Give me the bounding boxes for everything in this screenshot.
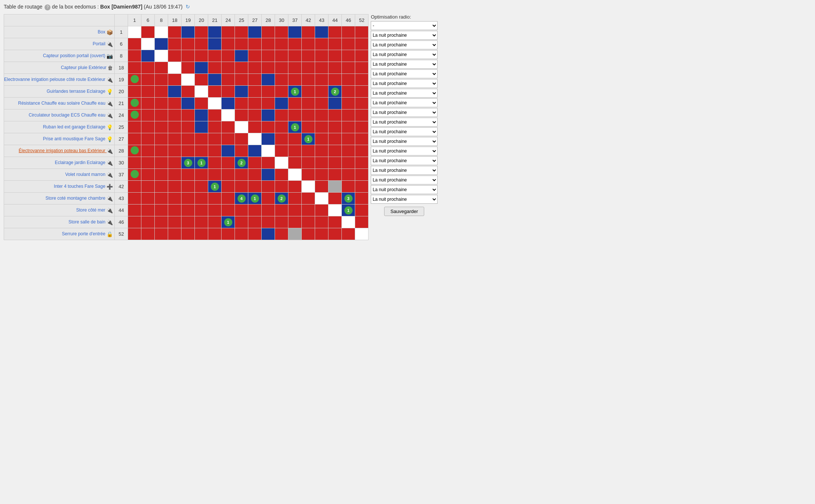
cell-11-5[interactable]: 1 [195,157,208,169]
cell-16-12[interactable] [288,216,302,228]
row-dropdown-10[interactable]: La nuit prochaineMaintenantJamais [371,127,438,136]
cell-3-14[interactable] [315,62,328,74]
cell-4-2[interactable] [155,74,168,86]
cell-12-8[interactable] [235,169,248,181]
cell-6-3[interactable] [168,98,181,109]
cell-13-8[interactable] [235,181,248,193]
cell-13-11[interactable] [275,181,288,193]
cell-11-0[interactable] [128,157,141,169]
cell-14-17[interactable] [355,193,369,204]
cell-1-17[interactable] [355,38,369,50]
cell-16-2[interactable] [155,216,168,228]
cell-8-7[interactable] [222,121,235,133]
cell-1-8[interactable] [235,38,248,50]
cell-11-12[interactable] [288,157,302,169]
cell-7-2[interactable] [155,109,168,121]
cell-17-16[interactable] [342,228,355,240]
cell-5-14[interactable] [315,86,328,98]
save-button[interactable]: Sauvegarder [384,207,424,216]
cell-10-0[interactable] [128,145,141,157]
cell-1-11[interactable] [275,38,288,50]
cell-5-2[interactable] [155,86,168,98]
cell-15-16[interactable]: 1 [342,204,355,216]
cell-9-15[interactable] [328,133,342,145]
cell-17-1[interactable] [141,228,155,240]
cell-8-3[interactable] [168,121,181,133]
cell-17-14[interactable] [315,228,328,240]
cell-0-17[interactable] [355,26,369,38]
row-dropdown-15[interactable]: La nuit prochaineMaintenantJamais [371,176,438,184]
cell-10-12[interactable] [288,145,302,157]
cell-12-12[interactable] [288,169,302,181]
cell-2-14[interactable] [315,50,328,62]
cell-10-1[interactable] [141,145,155,157]
cell-6-10[interactable] [262,98,275,109]
optimisation-select[interactable]: - [371,21,438,30]
cell-16-14[interactable] [315,216,328,228]
cell-4-4[interactable] [181,74,195,86]
cell-10-11[interactable] [275,145,288,157]
cell-6-5[interactable] [195,98,208,109]
cell-15-3[interactable] [168,204,181,216]
cell-3-7[interactable] [222,62,235,74]
cell-14-1[interactable] [141,193,155,204]
cell-5-6[interactable] [208,86,222,98]
cell-17-0[interactable] [128,228,141,240]
cell-2-8[interactable] [235,50,248,62]
cell-0-11[interactable] [275,26,288,38]
cell-4-10[interactable] [262,74,275,86]
row-dropdown-11[interactable]: La nuit prochaineMaintenantJamais [371,137,438,146]
cell-12-14[interactable] [315,169,328,181]
cell-3-2[interactable] [155,62,168,74]
cell-14-16[interactable]: 3 [342,193,355,204]
cell-9-17[interactable] [355,133,369,145]
cell-12-1[interactable] [141,169,155,181]
cell-1-4[interactable] [181,38,195,50]
cell-7-13[interactable] [302,109,315,121]
cell-8-8[interactable] [235,121,248,133]
row-dropdown-13[interactable]: La nuit prochaineMaintenantJamais [371,156,438,165]
cell-2-9[interactable] [248,50,262,62]
cell-10-13[interactable] [302,145,315,157]
cell-16-17[interactable] [355,216,369,228]
cell-12-10[interactable] [262,169,275,181]
cell-12-2[interactable] [155,169,168,181]
cell-4-3[interactable] [168,74,181,86]
cell-11-14[interactable] [315,157,328,169]
cell-5-7[interactable] [222,86,235,98]
cell-8-14[interactable] [315,121,328,133]
row-dropdown-2[interactable]: La nuit prochaineMaintenantJamais [371,50,438,59]
cell-10-10[interactable] [262,145,275,157]
cell-3-9[interactable] [248,62,262,74]
row-dropdown-5[interactable]: La nuit prochaineMaintenantJamais [371,79,438,88]
cell-16-16[interactable] [342,216,355,228]
cell-0-2[interactable] [155,26,168,38]
cell-9-14[interactable] [315,133,328,145]
cell-10-4[interactable] [181,145,195,157]
cell-4-9[interactable] [248,74,262,86]
cell-0-14[interactable] [315,26,328,38]
cell-1-0[interactable] [128,38,141,50]
cell-16-13[interactable] [302,216,315,228]
cell-16-5[interactable] [195,216,208,228]
cell-11-11[interactable] [275,157,288,169]
cell-4-13[interactable] [302,74,315,86]
cell-2-0[interactable] [128,50,141,62]
row-dropdown-7[interactable]: La nuit prochaineMaintenantJamais [371,98,438,107]
cell-10-14[interactable] [315,145,328,157]
cell-7-0[interactable] [128,109,141,121]
cell-12-4[interactable] [181,169,195,181]
cell-2-7[interactable] [222,50,235,62]
cell-8-15[interactable] [328,121,342,133]
cell-8-9[interactable] [248,121,262,133]
cell-15-17[interactable] [355,204,369,216]
cell-12-5[interactable] [195,169,208,181]
cell-4-14[interactable] [315,74,328,86]
cell-4-12[interactable] [288,74,302,86]
cell-10-5[interactable] [195,145,208,157]
cell-3-5[interactable] [195,62,208,74]
cell-1-7[interactable] [222,38,235,50]
cell-4-6[interactable] [208,74,222,86]
cell-4-5[interactable] [195,74,208,86]
cell-5-4[interactable] [181,86,195,98]
